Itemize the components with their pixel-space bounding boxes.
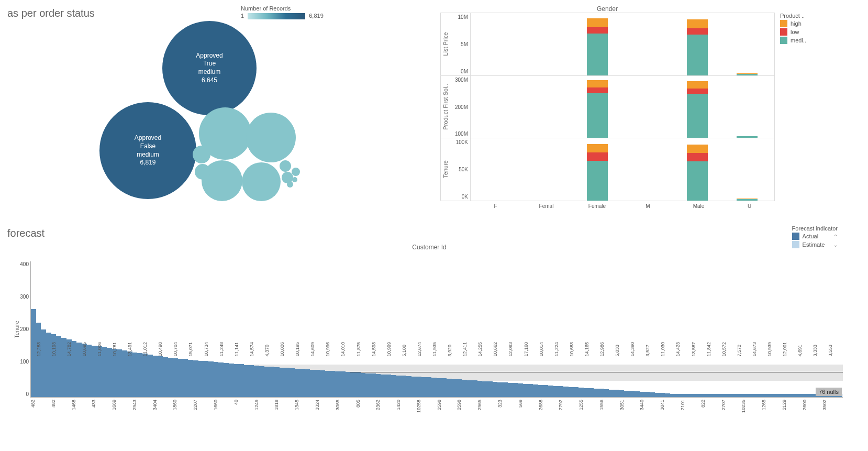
- forecast-bar[interactable]: [574, 387, 579, 397]
- forecast-bar[interactable]: [761, 394, 766, 397]
- forecast-bar[interactable]: [462, 380, 467, 397]
- forecast-bar[interactable]: [401, 376, 406, 397]
- bubble-approved-false-medium[interactable]: Approved False medium 6,819: [99, 102, 196, 199]
- forecast-bar[interactable]: [741, 394, 746, 397]
- forecast-bar[interactable]: [218, 362, 224, 397]
- forecast-bar[interactable]: [183, 359, 188, 397]
- forecast-bar[interactable]: [508, 383, 513, 397]
- forecast-bar[interactable]: [548, 386, 553, 397]
- forecast-bar[interactable]: [325, 371, 330, 398]
- forecast-bar[interactable]: [315, 370, 320, 397]
- forecast-bar[interactable]: [792, 394, 797, 397]
- forecast-bar[interactable]: [163, 357, 168, 397]
- forecast-bar[interactable]: [274, 367, 280, 397]
- bubble-small[interactable]: [246, 113, 296, 162]
- forecast-bar[interactable]: [726, 394, 731, 397]
- nulls-indicator[interactable]: 76 nulls: [816, 388, 842, 396]
- forecast-bar[interactable]: [386, 375, 391, 397]
- bubble-tiny[interactable]: [287, 181, 293, 188]
- forecast-bar[interactable]: [569, 387, 574, 397]
- forecast-bar[interactable]: [619, 390, 625, 397]
- forecast-bar[interactable]: [168, 358, 173, 397]
- forecast-bar[interactable]: [208, 361, 214, 397]
- stacked-bar[interactable]: [587, 80, 608, 138]
- forecast-bar[interactable]: [538, 385, 543, 397]
- forecast-bar[interactable]: [224, 363, 229, 397]
- forecast-bar[interactable]: [431, 378, 437, 397]
- forecast-bar[interactable]: [497, 382, 503, 397]
- forecast-bar[interactable]: [396, 376, 402, 397]
- forecast-bar[interactable]: [193, 360, 198, 397]
- forecast-bar[interactable]: [700, 394, 706, 397]
- chevron-up-icon[interactable]: ⌃: [833, 234, 838, 239]
- forecast-bar[interactable]: [599, 389, 604, 397]
- forecast-bar[interactable]: [594, 389, 599, 397]
- forecast-bar[interactable]: [457, 379, 462, 397]
- forecast-bar[interactable]: [716, 394, 721, 397]
- forecast-bar[interactable]: [411, 377, 417, 397]
- forecast-bar[interactable]: [629, 391, 635, 397]
- forecast-bar[interactable]: [467, 380, 472, 397]
- forecast-bar[interactable]: [381, 375, 386, 397]
- forecast-bar[interactable]: [771, 394, 776, 397]
- forecast-bar[interactable]: [178, 359, 183, 397]
- forecast-bar[interactable]: [746, 394, 751, 397]
- bubble-tiny[interactable]: [195, 164, 210, 180]
- forecast-bar[interactable]: [173, 358, 178, 397]
- forecast-bar[interactable]: [533, 384, 538, 397]
- forecast-bar[interactable]: [614, 390, 619, 397]
- forecast-bar[interactable]: [518, 383, 523, 397]
- forecast-bar[interactable]: [264, 367, 270, 397]
- forecast-bar[interactable]: [239, 364, 244, 397]
- forecast-bar[interactable]: [290, 368, 295, 397]
- forecast-bar[interactable]: [665, 393, 670, 397]
- forecast-bar[interactable]: [305, 369, 310, 397]
- bubble-tiny[interactable]: [280, 160, 291, 172]
- forecast-bar[interactable]: [427, 377, 432, 397]
- forecast-bar[interactable]: [604, 389, 609, 397]
- forecast-bar[interactable]: [361, 373, 366, 397]
- stacked-bar[interactable]: [737, 73, 758, 75]
- forecast-bar[interactable]: [142, 354, 148, 397]
- forecast-bar[interactable]: [320, 370, 325, 397]
- forecast-bar[interactable]: [158, 356, 163, 397]
- stacked-bar[interactable]: [737, 136, 758, 138]
- forecast-bar[interactable]: [244, 365, 249, 398]
- forecast-bar[interactable]: [624, 391, 629, 397]
- forecast-bar[interactable]: [756, 394, 761, 397]
- forecast-bar[interactable]: [447, 379, 452, 397]
- forecast-bar[interactable]: [670, 394, 675, 397]
- bubble-tiny[interactable]: [193, 146, 210, 163]
- stacked-bar[interactable]: [587, 144, 608, 201]
- forecast-bar[interactable]: [644, 392, 650, 397]
- forecast-bar[interactable]: [477, 381, 483, 397]
- forecast-bar[interactable]: [797, 394, 802, 397]
- forecast-bar[interactable]: [371, 373, 376, 397]
- forecast-bar[interactable]: [254, 366, 259, 397]
- forecast-bar[interactable]: [132, 353, 138, 397]
- forecast-bar[interactable]: [782, 394, 787, 397]
- bubble-tiny[interactable]: [292, 168, 300, 176]
- forecast-bar[interactable]: [710, 394, 716, 397]
- forecast-bar[interactable]: [330, 371, 336, 397]
- forecast-bar[interactable]: [553, 386, 559, 397]
- forecast-bar[interactable]: [310, 370, 315, 397]
- forecast-bar[interactable]: [660, 393, 665, 397]
- forecast-bar[interactable]: [249, 365, 254, 397]
- bubble-tiny[interactable]: [292, 177, 297, 182]
- forecast-bar[interactable]: [559, 386, 564, 397]
- forecast-bar[interactable]: [416, 377, 421, 397]
- forecast-bar[interactable]: [188, 360, 193, 397]
- forecast-bar[interactable]: [284, 368, 290, 397]
- forecast-bar[interactable]: [680, 394, 685, 397]
- forecast-bar[interactable]: [650, 392, 655, 397]
- forecast-bar[interactable]: [675, 394, 680, 397]
- forecast-bar[interactable]: [122, 350, 127, 397]
- forecast-bar[interactable]: [391, 375, 396, 397]
- forecast-bar[interactable]: [355, 372, 361, 397]
- forecast-bar[interactable]: [513, 383, 518, 397]
- stacked-bar[interactable]: [687, 19, 708, 75]
- forecast-bar[interactable]: [299, 369, 305, 397]
- forecast-bar[interactable]: [786, 394, 792, 397]
- forecast-bar[interactable]: [685, 394, 691, 397]
